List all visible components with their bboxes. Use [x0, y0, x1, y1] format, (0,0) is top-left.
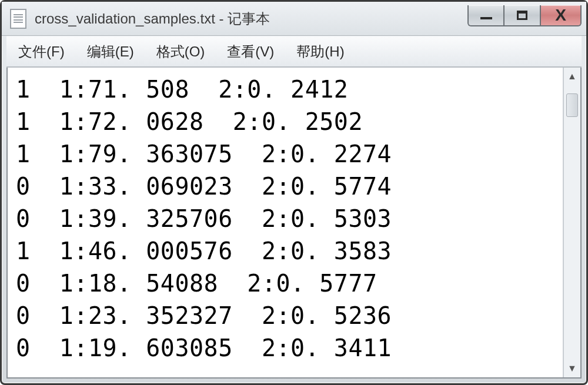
menu-format[interactable]: 格式(O)	[156, 42, 205, 61]
menu-edit[interactable]: 编辑(E)	[87, 42, 134, 61]
title-bar[interactable]: cross_validation_samples.txt - 记事本 X	[2, 2, 586, 36]
menu-help[interactable]: 帮助(H)	[296, 42, 344, 61]
maximize-icon	[517, 11, 527, 20]
close-icon: X	[555, 7, 566, 24]
window-title: cross_validation_samples.txt - 记事本	[35, 9, 467, 28]
notepad-window: cross_validation_samples.txt - 记事本 X 文件(…	[0, 0, 588, 385]
scroll-up-icon[interactable]: ▲	[564, 68, 580, 85]
menu-file[interactable]: 文件(F)	[18, 42, 65, 61]
menu-view[interactable]: 查看(V)	[227, 42, 274, 61]
editor-wrapper: 1 1:71. 508 2:0. 2412 1 1:72. 0628 2:0. …	[6, 68, 582, 379]
scroll-down-icon[interactable]: ▼	[564, 360, 580, 377]
vertical-scrollbar[interactable]: ▲ ▼	[563, 68, 580, 377]
caption-buttons: X	[467, 5, 582, 26]
menu-bar: 文件(F) 编辑(E) 格式(O) 查看(V) 帮助(H)	[6, 36, 582, 68]
minimize-button[interactable]	[467, 5, 504, 26]
close-button[interactable]: X	[540, 5, 582, 26]
maximize-button[interactable]	[504, 5, 540, 26]
text-area[interactable]: 1 1:71. 508 2:0. 2412 1 1:72. 0628 2:0. …	[8, 68, 563, 377]
minimize-icon	[480, 17, 492, 19]
scroll-thumb[interactable]	[566, 93, 578, 117]
notepad-icon	[10, 9, 26, 29]
